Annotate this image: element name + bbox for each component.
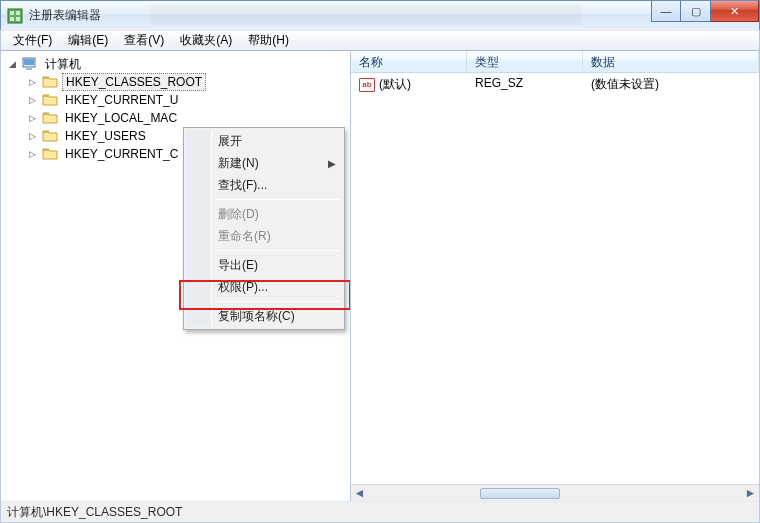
expand-icon[interactable]: ▷ — [27, 113, 38, 124]
context-menu-separator — [216, 250, 340, 251]
column-header-data[interactable]: 数据 — [583, 51, 759, 72]
scroll-left-arrow-icon[interactable]: ◄ — [351, 486, 368, 501]
values-list-pane: 名称 类型 数据 ab(默认)REG_SZ(数值未设置) ◄ ► — [351, 51, 759, 501]
menu-help[interactable]: 帮助(H) — [240, 30, 297, 51]
svg-rect-3 — [10, 17, 14, 21]
list-row[interactable]: ab(默认)REG_SZ(数值未设置) — [351, 73, 759, 96]
scroll-thumb[interactable] — [480, 488, 560, 499]
value-name: (默认) — [379, 76, 411, 93]
expand-icon[interactable]: ▷ — [27, 149, 38, 160]
window-title: 注册表编辑器 — [29, 7, 101, 24]
maximize-button[interactable]: ▢ — [681, 1, 711, 22]
context-menu: 展开新建(N)▶查找(F)...删除(D)重命名(R)导出(E)权限(P)...… — [183, 127, 345, 330]
tree-node-label: HKEY_CURRENT_U — [62, 92, 181, 108]
tree-root-node[interactable]: ◢ 计算机 — [1, 55, 350, 73]
tree-pane: ◢ 计算机 ▷HKEY_CLASSES_ROOT▷HKEY_CURRENT_U▷… — [1, 51, 351, 501]
column-header-type[interactable]: 类型 — [467, 51, 583, 72]
tree-node-label: HKEY_LOCAL_MAC — [62, 110, 180, 126]
folder-icon — [42, 129, 58, 143]
tree-node-hkey_local_machine[interactable]: ▷HKEY_LOCAL_MAC — [1, 109, 350, 127]
context-menu-item: 删除(D) — [186, 203, 342, 225]
context-menu-separator — [216, 301, 340, 302]
scroll-right-arrow-icon[interactable]: ► — [742, 486, 759, 501]
menu-bar: 文件(F) 编辑(E) 查看(V) 收藏夹(A) 帮助(H) — [0, 30, 760, 51]
context-menu-item[interactable]: 查找(F)... — [186, 174, 342, 196]
column-header-name[interactable]: 名称 — [351, 51, 467, 72]
tree-root-label: 计算机 — [42, 55, 84, 74]
svg-rect-6 — [24, 59, 34, 65]
svg-rect-1 — [10, 11, 14, 15]
context-menu-item: 重命名(R) — [186, 225, 342, 247]
folder-icon — [42, 111, 58, 125]
close-button[interactable]: ✕ — [711, 1, 759, 22]
title-bar: 注册表编辑器 — ▢ ✕ — [0, 0, 760, 30]
tree-node-hkey_classes_root[interactable]: ▷HKEY_CLASSES_ROOT — [1, 73, 350, 91]
context-menu-item[interactable]: 复制项名称(C) — [186, 305, 342, 327]
string-value-icon: ab — [359, 78, 375, 92]
cell-type: REG_SZ — [467, 76, 583, 93]
submenu-arrow-icon: ▶ — [328, 158, 336, 169]
collapse-icon[interactable]: ◢ — [7, 59, 18, 70]
tree-node-label: HKEY_USERS — [62, 128, 149, 144]
menu-edit[interactable]: 编辑(E) — [60, 30, 116, 51]
scroll-track[interactable] — [368, 486, 742, 501]
cell-name: ab(默认) — [351, 76, 467, 93]
context-menu-item[interactable]: 权限(P)... — [186, 276, 342, 298]
computer-icon — [22, 57, 38, 71]
tree-node-label: HKEY_CLASSES_ROOT — [62, 73, 206, 91]
expand-icon[interactable]: ▷ — [27, 77, 38, 88]
status-bar: 计算机\HKEY_CLASSES_ROOT — [0, 501, 760, 523]
list-header: 名称 类型 数据 — [351, 51, 759, 73]
folder-icon — [42, 75, 58, 89]
status-path: 计算机\HKEY_CLASSES_ROOT — [7, 504, 182, 521]
expand-icon[interactable]: ▷ — [27, 95, 38, 106]
minimize-button[interactable]: — — [651, 1, 681, 22]
folder-icon — [42, 147, 58, 161]
horizontal-scrollbar[interactable]: ◄ ► — [351, 484, 759, 501]
svg-rect-7 — [26, 68, 32, 70]
context-menu-item[interactable]: 新建(N)▶ — [186, 152, 342, 174]
context-menu-item[interactable]: 展开 — [186, 130, 342, 152]
window-buttons: — ▢ ✕ — [651, 1, 759, 22]
menu-file[interactable]: 文件(F) — [5, 30, 60, 51]
tree-node-label: HKEY_CURRENT_C — [62, 146, 181, 162]
list-body[interactable]: ab(默认)REG_SZ(数值未设置) — [351, 73, 759, 484]
tree-node-hkey_current_user[interactable]: ▷HKEY_CURRENT_U — [1, 91, 350, 109]
folder-icon — [42, 93, 58, 107]
menu-favorites[interactable]: 收藏夹(A) — [172, 30, 240, 51]
svg-rect-2 — [16, 11, 20, 15]
background-blur — [151, 5, 581, 25]
context-menu-separator — [216, 199, 340, 200]
menu-view[interactable]: 查看(V) — [116, 30, 172, 51]
client-area: ◢ 计算机 ▷HKEY_CLASSES_ROOT▷HKEY_CURRENT_U▷… — [0, 51, 760, 501]
expand-icon[interactable]: ▷ — [27, 131, 38, 142]
svg-rect-4 — [16, 17, 20, 21]
regedit-icon — [7, 8, 23, 24]
context-menu-item[interactable]: 导出(E) — [186, 254, 342, 276]
cell-data: (数值未设置) — [583, 76, 759, 93]
